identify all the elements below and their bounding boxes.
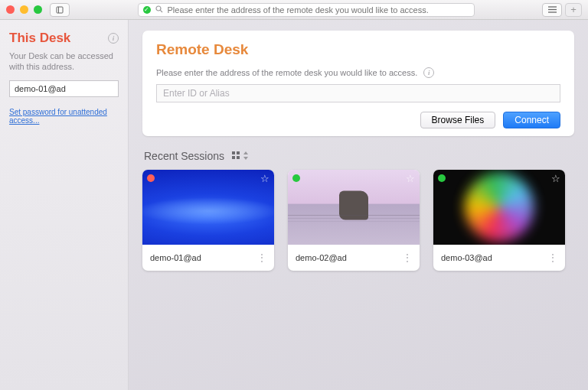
info-icon[interactable]: i [108,33,119,44]
svg-rect-10 [237,156,240,159]
session-label: demo-02@ad [296,253,347,262]
menu-button[interactable] [542,3,562,17]
svg-marker-12 [243,157,248,160]
new-tab-button[interactable]: + [565,3,582,17]
close-window-button[interactable] [6,5,15,14]
status-dot-icon [438,174,446,182]
main-area: Remote Desk Please enter the address of … [129,20,588,390]
set-password-link[interactable]: Set password for unattended access... [9,108,119,125]
this-desk-address-input[interactable] [9,80,119,97]
menu-icon [548,6,557,13]
recent-sessions-title: Recent Sessions [144,150,224,162]
session-more-icon[interactable]: ⋮ [256,252,266,264]
grid-view-icon[interactable] [232,151,240,161]
titlebar-right: + [542,3,582,17]
session-thumbnail: ☆ [288,170,420,245]
remote-desk-card: Remote Desk Please enter the address of … [142,31,574,136]
favorite-star-icon[interactable]: ☆ [406,173,415,184]
info-icon[interactable]: i [423,67,434,78]
address-book-icon [56,6,64,14]
titlebar: ✓ + [0,0,588,20]
remote-desk-title: Remote Desk [156,41,560,58]
session-card[interactable]: ☆ demo-01@ad ⋮ [142,170,274,271]
status-dot-icon [292,174,300,182]
svg-rect-7 [232,151,235,154]
status-dot-icon [147,174,155,182]
svg-point-2 [156,6,161,11]
search-icon [155,5,163,15]
svg-line-3 [160,10,162,12]
status-ok-icon: ✓ [143,6,151,14]
browse-files-button[interactable]: Browse Files [420,112,496,128]
remote-desk-prompt: Please enter the address of the remote d… [156,68,417,77]
zoom-window-button[interactable] [34,5,42,14]
remote-address-input[interactable] [156,84,560,102]
sidebar-description: Your Desk can be accessed with this addr… [9,50,119,73]
recent-sessions-list: ☆ demo-01@ad ⋮ ☆ demo-02@ad ⋮ [142,170,574,271]
address-book-button[interactable] [50,3,70,17]
svg-rect-8 [237,151,240,154]
connect-button[interactable]: Connect [503,112,560,128]
sidebar: This Desk i Your Desk can be accessed wi… [0,20,129,390]
session-label: demo-01@ad [150,253,201,262]
session-thumbnail: ☆ [142,170,274,245]
svg-rect-9 [232,156,235,159]
minimize-window-button[interactable] [20,5,28,14]
recent-sessions-header: Recent Sessions [144,150,574,162]
session-thumbnail: ☆ [433,170,565,245]
address-search-container: ✓ [138,3,475,17]
sidebar-title: This Desk [9,31,70,46]
session-more-icon[interactable]: ⋮ [402,252,412,264]
svg-rect-0 [57,7,63,13]
session-card[interactable]: ☆ demo-03@ad ⋮ [433,170,565,271]
favorite-star-icon[interactable]: ☆ [551,173,560,184]
address-search-input[interactable] [168,5,469,15]
window-controls [6,5,42,14]
svg-marker-11 [243,151,248,154]
session-card[interactable]: ☆ demo-02@ad ⋮ [288,170,420,271]
session-more-icon[interactable]: ⋮ [547,252,557,264]
sort-toggle-icon[interactable] [243,151,249,161]
session-label: demo-03@ad [441,253,492,262]
favorite-star-icon[interactable]: ☆ [260,173,270,184]
